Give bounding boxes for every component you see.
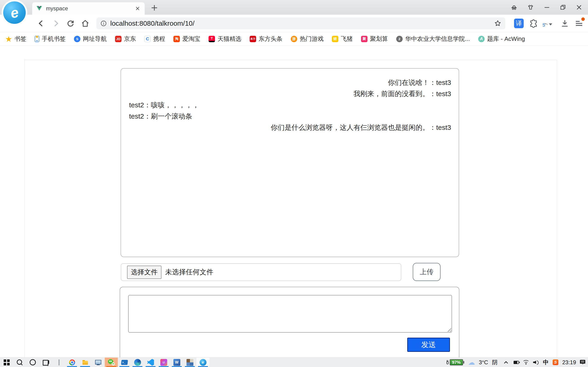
action-center-icon[interactable]	[580, 360, 585, 365]
bookmark-itaobao[interactable]: 淘 爱淘宝	[173, 35, 200, 43]
taskbar-app-icon	[16, 359, 23, 366]
sogou-input-icon[interactable]: S	[553, 359, 558, 365]
chat-message: 你们是什么浏览器呀，这人有仨浏览器也是挺闲的。：test3	[129, 122, 451, 133]
browser-logo-e-icon	[10, 5, 18, 21]
taskbar-wechat[interactable]	[105, 358, 118, 367]
battery-tip-icon	[463, 361, 464, 364]
tab-close-icon[interactable]	[135, 6, 141, 11]
taskbar-app-icon	[108, 359, 115, 366]
new-tab-button[interactable]	[150, 4, 159, 12]
choose-file-button[interactable]: 选择文件	[127, 266, 162, 279]
browser-navbar: localhost:8080/talkroom/10/ 译 5	[0, 15, 588, 32]
taskbar-edge[interactable]	[131, 358, 144, 367]
bookmark-favicon-icon	[35, 36, 39, 42]
taskbar-app-icon	[95, 359, 102, 366]
taskbar-file-explorer[interactable]	[78, 358, 92, 367]
taskbar-app-icon	[134, 359, 141, 366]
home-icon[interactable]	[81, 19, 90, 28]
taskbar-pc-manager[interactable]	[92, 358, 105, 367]
page-content: 你们在说啥！：test3我刚来，前面的没看到。：test3test2：咳咳，，，…	[0, 46, 588, 357]
bookmark-favicon-icon: 聚	[361, 36, 367, 42]
battery-icon[interactable]	[514, 361, 519, 364]
weather-temperature[interactable]: 3°C	[479, 359, 488, 366]
bookmark-juhuasuan[interactable]: 聚 聚划算	[361, 35, 388, 43]
minimize-icon[interactable]	[544, 4, 550, 11]
bookmark-favicon-icon: 游	[291, 36, 297, 42]
theme-shirt-icon[interactable]	[527, 4, 534, 11]
bookmark-shouji-shuqian[interactable]: 手机书签	[35, 35, 66, 43]
bookmark-shuqian[interactable]: ★ 书签	[6, 35, 26, 43]
bookmark-ctrip[interactable]: C 携程	[144, 35, 165, 43]
bookmark-favicon-icon: 东方	[250, 36, 256, 42]
taskbar-app-icon	[4, 359, 10, 365]
taskbar-divider[interactable]	[52, 358, 65, 367]
site-info-icon[interactable]	[100, 20, 107, 27]
system-tray: 97% 3°C 阴 中 S 23:19	[446, 358, 588, 367]
weather-condition[interactable]: 阴	[492, 359, 498, 366]
bookmark-tmall[interactable]: T 天猫精选	[208, 35, 242, 43]
volume-icon[interactable]	[533, 360, 539, 365]
bookmark-fliggy[interactable]: 猪 飞猪	[332, 35, 353, 43]
forward-icon[interactable]	[52, 19, 60, 28]
bookmark-hzau[interactable]: 2 华中农业大学信息学院...	[396, 35, 470, 43]
close-icon[interactable]	[576, 4, 582, 11]
file-input[interactable]: 选择文件 未选择任何文件	[121, 263, 401, 281]
browser-titlebar: myspace	[0, 0, 588, 15]
taskbar-word[interactable]: W	[170, 358, 183, 367]
file-status-text: 未选择任何文件	[165, 267, 213, 277]
taskbar-app-icon	[69, 359, 76, 366]
taskbar-e-browser[interactable]: e	[196, 358, 209, 367]
translate-icon[interactable]: 译	[514, 19, 524, 28]
chat-message: test2：咳咳，，，，，	[129, 99, 451, 110]
bookmark-wangzhi-daohang[interactable]: S 网址导航	[74, 35, 107, 43]
vue-favicon-icon	[36, 6, 42, 11]
bookmark-favicon-icon: ★	[6, 36, 12, 42]
weather-cloud-icon[interactable]	[468, 358, 475, 366]
download-icon[interactable]	[560, 19, 570, 28]
bookmark-star-icon[interactable]	[494, 19, 502, 27]
compose-textarea[interactable]	[128, 295, 452, 333]
wifi-icon[interactable]	[523, 360, 529, 365]
battery-percent-widget[interactable]: 97%	[446, 359, 464, 365]
menu-icon[interactable]	[574, 19, 584, 28]
undo-history-icon[interactable]: 5	[543, 19, 552, 28]
extensions-puzzle-icon[interactable]	[529, 19, 538, 28]
clock[interactable]: 23:19	[562, 359, 576, 366]
bookmark-favicon-icon: A	[478, 36, 485, 42]
back-icon[interactable]	[37, 19, 45, 28]
compose-textarea-wrap	[128, 295, 452, 333]
restore-icon[interactable]	[560, 4, 566, 11]
taskbar-app-icon	[43, 359, 49, 366]
taskbar-start-button[interactable]	[0, 358, 13, 367]
taskbar-taskview-button[interactable]	[39, 358, 52, 367]
taskbar-app-icon	[187, 359, 193, 366]
taskbar-photos[interactable]	[183, 358, 196, 367]
taskbar-app-icon	[29, 359, 36, 366]
bookmarks-bar: ★ 书签 手机书签 S 网址导航 JD 京东 C 携程 淘 爱淘宝 T 天猫精选	[0, 32, 588, 46]
url-bar[interactable]: localhost:8080/talkroom/10/	[96, 17, 505, 29]
taskbar-vscode[interactable]	[144, 358, 157, 367]
url-text[interactable]: localhost:8080/talkroom/10/	[110, 19, 494, 27]
taskbar-app-icon	[82, 359, 89, 366]
bookmark-games[interactable]: 游 热门游戏	[291, 35, 324, 43]
chat-message-list[interactable]: 你们在说啥！：test3我刚来，前面的没看到。：test3test2：咳咳，，，…	[121, 68, 459, 257]
taskbar-intellij[interactable]: IJ	[157, 358, 170, 367]
bookmark-acwing[interactable]: A 题库 - AcWing	[478, 35, 525, 43]
reload-icon[interactable]	[66, 19, 75, 28]
send-button[interactable]: 发送	[407, 338, 450, 352]
taskbar-powershell[interactable]: >_	[118, 358, 131, 367]
taskbar-chrome[interactable]	[65, 358, 78, 367]
chat-message: test2：刷一个滚动条	[129, 110, 451, 122]
bookmark-dongfang[interactable]: 东方 东方头条	[250, 35, 283, 43]
taskbar-app-icon: W	[173, 359, 180, 366]
bookmark-jd[interactable]: JD 京东	[115, 35, 136, 43]
taskbar-cortana-button[interactable]	[26, 358, 39, 367]
chat-message: 你们在说啥！：test3	[129, 77, 451, 88]
upload-button[interactable]: 上传	[413, 263, 441, 281]
taskbar-search-button[interactable]	[13, 358, 26, 367]
browser-tab[interactable]: myspace	[32, 2, 145, 15]
tray-expand-chevron-icon[interactable]	[504, 361, 508, 365]
taskbar-app-icon: IJ	[160, 359, 167, 366]
ime-indicator[interactable]: 中	[543, 359, 549, 366]
incognito-icon[interactable]	[510, 4, 518, 11]
